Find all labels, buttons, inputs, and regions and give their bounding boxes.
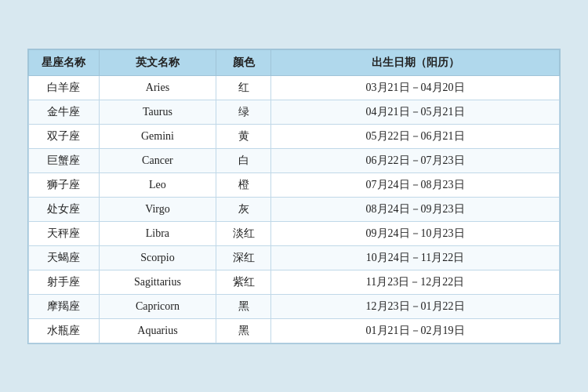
- cell-color: 白: [216, 148, 271, 172]
- table-header-row: 星座名称 英文名称 颜色 出生日期（阳历）: [29, 49, 560, 75]
- cell-color: 灰: [216, 197, 271, 221]
- cell-chinese: 天秤座: [29, 221, 100, 245]
- cell-english: Aquarius: [99, 318, 216, 343]
- cell-color: 黑: [216, 318, 271, 343]
- table-row: 水瓶座Aquarius黑01月21日－02月19日: [29, 318, 560, 343]
- table-row: 天蝎座Scorpio深红10月24日－11月22日: [29, 245, 560, 270]
- cell-chinese: 射手座: [29, 270, 100, 294]
- cell-english: Aries: [99, 75, 216, 100]
- cell-english: Capricorn: [99, 294, 216, 318]
- cell-date: 07月24日－08月23日: [271, 172, 560, 197]
- cell-date: 12月23日－01月22日: [271, 294, 560, 318]
- cell-date: 08月24日－09月23日: [271, 197, 560, 221]
- cell-chinese: 金牛座: [29, 100, 100, 124]
- cell-chinese: 水瓶座: [29, 318, 100, 343]
- cell-english: Virgo: [99, 197, 216, 221]
- table-row: 狮子座Leo橙07月24日－08月23日: [29, 172, 560, 197]
- table-row: 双子座Gemini黄05月22日－06月21日: [29, 124, 560, 148]
- cell-chinese: 处女座: [29, 197, 100, 221]
- table-row: 巨蟹座Cancer白06月22日－07月23日: [29, 148, 560, 172]
- cell-chinese: 狮子座: [29, 172, 100, 197]
- cell-date: 10月24日－11月22日: [271, 245, 560, 270]
- cell-chinese: 巨蟹座: [29, 148, 100, 172]
- cell-color: 紫红: [216, 270, 271, 294]
- cell-english: Taurus: [99, 100, 216, 124]
- cell-chinese: 摩羯座: [29, 294, 100, 318]
- cell-english: Leo: [99, 172, 216, 197]
- table-row: 摩羯座Capricorn黑12月23日－01月22日: [29, 294, 560, 318]
- table-row: 金牛座Taurus绿04月21日－05月21日: [29, 100, 560, 124]
- header-color: 颜色: [216, 49, 271, 75]
- cell-chinese: 双子座: [29, 124, 100, 148]
- cell-english: Gemini: [99, 124, 216, 148]
- cell-english: Scorpio: [99, 245, 216, 270]
- zodiac-table: 星座名称 英文名称 颜色 出生日期（阳历） 白羊座Aries红03月21日－04…: [28, 49, 560, 343]
- cell-color: 红: [216, 75, 271, 100]
- cell-color: 黄: [216, 124, 271, 148]
- table-row: 射手座Sagittarius紫红11月23日－12月22日: [29, 270, 560, 294]
- cell-chinese: 白羊座: [29, 75, 100, 100]
- zodiac-table-container: 星座名称 英文名称 颜色 出生日期（阳历） 白羊座Aries红03月21日－04…: [27, 49, 561, 344]
- table-row: 处女座Virgo灰08月24日－09月23日: [29, 197, 560, 221]
- cell-color: 淡红: [216, 221, 271, 245]
- header-date: 出生日期（阳历）: [271, 49, 560, 75]
- cell-date: 06月22日－07月23日: [271, 148, 560, 172]
- header-english: 英文名称: [99, 49, 216, 75]
- table-row: 白羊座Aries红03月21日－04月20日: [29, 75, 560, 100]
- header-chinese: 星座名称: [29, 49, 100, 75]
- cell-color: 黑: [216, 294, 271, 318]
- table-row: 天秤座Libra淡红09月24日－10月23日: [29, 221, 560, 245]
- cell-date: 09月24日－10月23日: [271, 221, 560, 245]
- cell-english: Libra: [99, 221, 216, 245]
- cell-color: 橙: [216, 172, 271, 197]
- cell-english: Sagittarius: [99, 270, 216, 294]
- cell-chinese: 天蝎座: [29, 245, 100, 270]
- cell-color: 深红: [216, 245, 271, 270]
- cell-english: Cancer: [99, 148, 216, 172]
- cell-date: 04月21日－05月21日: [271, 100, 560, 124]
- cell-date: 03月21日－04月20日: [271, 75, 560, 100]
- cell-date: 11月23日－12月22日: [271, 270, 560, 294]
- cell-date: 01月21日－02月19日: [271, 318, 560, 343]
- cell-color: 绿: [216, 100, 271, 124]
- cell-date: 05月22日－06月21日: [271, 124, 560, 148]
